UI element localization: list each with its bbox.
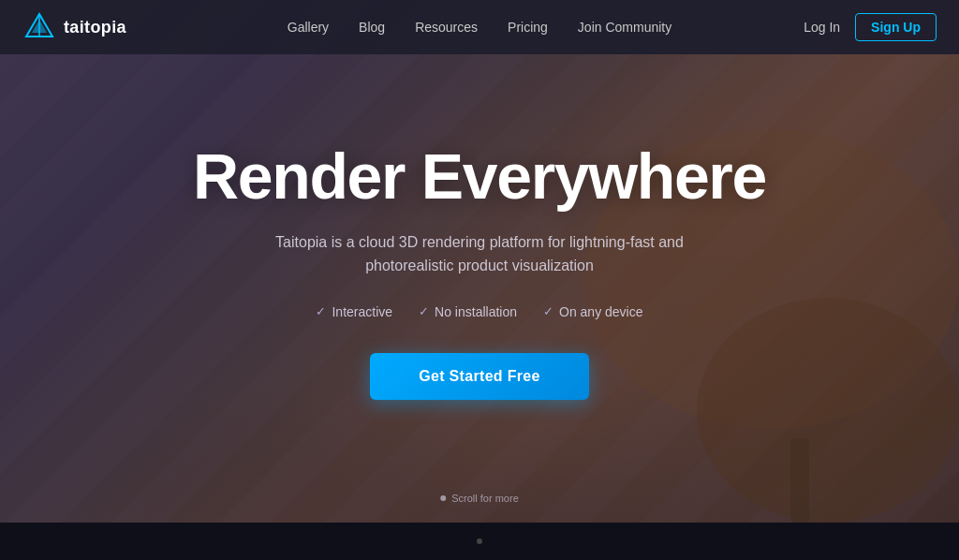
nav-link-resources[interactable]: Resources [415, 20, 478, 35]
feature-no-installation: ✓ No installation [419, 304, 517, 319]
logo-text: taitopia [64, 18, 126, 37]
bottom-indicator-dot [477, 538, 482, 544]
feature-any-device-label: On any device [559, 304, 643, 319]
nav-link-community[interactable]: Join Community [578, 20, 671, 35]
feature-interactive: ✓ Interactive [316, 304, 392, 319]
nav-links: Gallery Blog Resources Pricing Join Comm… [288, 20, 671, 35]
nav-link-gallery[interactable]: Gallery [288, 20, 329, 35]
feature-interactive-label: Interactive [332, 304, 392, 319]
hero-features: ✓ Interactive ✓ No installation ✓ On any… [316, 304, 642, 319]
nav-actions: Log In Sign Up [804, 13, 937, 41]
login-button[interactable]: Log In [804, 20, 840, 35]
logo[interactable]: taitopia [22, 10, 126, 44]
hero-subtitle: Taitopia is a cloud 3D rendering platfor… [255, 230, 704, 278]
scroll-label: Scroll for more [451, 493, 519, 504]
signup-button[interactable]: Sign Up [855, 13, 937, 41]
hero-section: Render Everywhere Taitopia is a cloud 3D… [0, 0, 959, 523]
check-icon-no-installation: ✓ [419, 304, 429, 318]
nav-link-pricing[interactable]: Pricing [508, 20, 548, 35]
check-icon-any-device: ✓ [543, 304, 553, 318]
feature-any-device: ✓ On any device [543, 304, 643, 319]
check-icon-interactive: ✓ [316, 304, 326, 318]
get-started-button[interactable]: Get Started Free [370, 353, 589, 400]
nav-link-blog[interactable]: Blog [359, 20, 385, 35]
navbar: taitopia Gallery Blog Resources Pricing … [0, 0, 959, 54]
bottom-bar [0, 523, 959, 560]
hero-content: Render Everywhere Taitopia is a cloud 3D… [0, 0, 959, 523]
scroll-indicator: Scroll for more [440, 493, 519, 504]
taitopia-logo-icon [22, 10, 56, 44]
hero-title: Render Everywhere [193, 141, 766, 212]
feature-no-installation-label: No installation [435, 304, 517, 319]
scroll-dot-icon [440, 495, 446, 501]
